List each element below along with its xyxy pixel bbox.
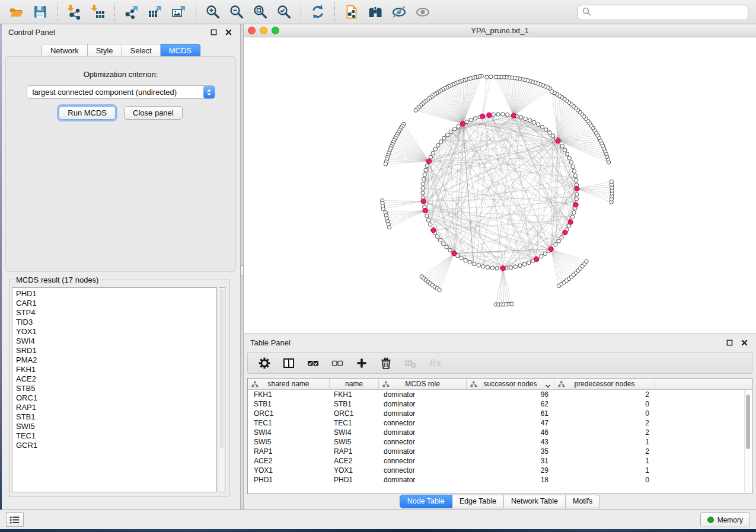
tab-network-table[interactable]: Network Table — [504, 495, 566, 508]
add-icon[interactable] — [355, 357, 368, 370]
network-node[interactable] — [509, 266, 512, 270]
network-node[interactable] — [445, 133, 449, 137]
network-node[interactable] — [572, 169, 576, 173]
network-node[interactable] — [575, 178, 578, 182]
table-row[interactable]: FKH1FKH1dominator962 — [248, 390, 752, 399]
mcds-result-item[interactable]: SWI4 — [16, 336, 216, 346]
mcds-result-item[interactable]: TEC1 — [16, 431, 216, 441]
export-network-icon[interactable] — [120, 2, 143, 21]
network-node[interactable] — [489, 75, 493, 78]
network-node[interactable] — [473, 262, 476, 265]
network-node[interactable] — [513, 265, 517, 268]
network-node[interactable] — [557, 239, 560, 243]
network-node[interactable] — [448, 248, 452, 252]
status-menu-button[interactable] — [6, 512, 24, 527]
column-header-name[interactable]: name — [330, 379, 379, 389]
deselect-all-icon[interactable] — [331, 357, 344, 370]
network-node[interactable] — [464, 258, 467, 262]
mcds-result-item[interactable]: STB5 — [16, 384, 216, 393]
network-node[interactable] — [438, 238, 442, 242]
network-node[interactable] — [439, 140, 443, 143]
network-node[interactable] — [537, 123, 540, 126]
network-node[interactable] — [510, 302, 513, 306]
network-canvas[interactable] — [244, 37, 756, 334]
network-node[interactable] — [490, 266, 494, 270]
zoom-fit-icon[interactable] — [248, 2, 272, 21]
mcds-hub-node[interactable] — [431, 227, 436, 232]
network-node[interactable] — [527, 261, 531, 264]
network-node[interactable] — [573, 174, 577, 178]
mcds-result-item[interactable]: ACE2 — [16, 374, 216, 384]
scrollbar-thumb[interactable] — [746, 395, 750, 449]
network-node[interactable] — [421, 187, 425, 190]
network-node[interactable] — [563, 148, 567, 152]
network-node[interactable] — [442, 242, 445, 245]
network-node[interactable] — [506, 113, 509, 116]
close-panel-button[interactable]: Close panel — [124, 106, 183, 120]
export-table-icon[interactable] — [143, 2, 167, 21]
network-node[interactable] — [548, 131, 551, 134]
network-node[interactable] — [457, 124, 460, 128]
network-node[interactable] — [453, 127, 457, 131]
network-node[interactable] — [485, 75, 489, 79]
columns-icon[interactable] — [282, 357, 295, 370]
network-node[interactable] — [571, 165, 575, 168]
mcds-hub-node[interactable] — [421, 199, 426, 204]
show-all-icon[interactable] — [411, 2, 435, 21]
table-row[interactable]: SWI5SWI5connector431 — [248, 437, 752, 447]
search-neighbors-icon[interactable] — [363, 2, 387, 21]
mcds-hub-node[interactable] — [573, 202, 578, 207]
search-input[interactable] — [591, 6, 748, 19]
network-node[interactable] — [481, 265, 485, 268]
mcds-result-item[interactable]: SWI5 — [16, 422, 216, 431]
network-node[interactable] — [524, 117, 527, 120]
tab-edge-table[interactable]: Edge Table — [452, 495, 504, 508]
network-node[interactable] — [532, 120, 536, 124]
network-node[interactable] — [560, 236, 563, 239]
clone-network-icon[interactable] — [340, 2, 363, 21]
network-node[interactable] — [550, 89, 554, 93]
mcds-result-item[interactable]: ORC1 — [16, 393, 216, 403]
delete-icon[interactable] — [379, 357, 393, 370]
table-row[interactable]: SWI4SWI4dominator462 — [248, 428, 752, 437]
close-table-panel-icon[interactable] — [739, 338, 749, 347]
network-node[interactable] — [495, 267, 499, 270]
network-node[interactable] — [429, 223, 432, 226]
network-node[interactable] — [610, 180, 613, 183]
column-header-MCDS-role[interactable]: MCDS role — [379, 379, 467, 389]
network-node[interactable] — [425, 164, 429, 168]
float-table-panel-icon[interactable] — [724, 338, 735, 347]
network-node[interactable] — [518, 264, 522, 267]
memory-button[interactable]: Memory — [700, 512, 750, 527]
network-node[interactable] — [575, 197, 578, 201]
network-node[interactable] — [585, 259, 588, 263]
network-node[interactable] — [445, 245, 448, 249]
network-node[interactable] — [560, 145, 564, 148]
network-node[interactable] — [460, 257, 463, 260]
network-node[interactable] — [423, 173, 426, 177]
mcds-hub-node[interactable] — [423, 208, 428, 213]
network-node[interactable] — [436, 143, 440, 147]
table-row[interactable]: ACE2ACE2connector311 — [248, 456, 752, 466]
column-header-successor-nodes[interactable]: successor nodes — [467, 379, 554, 389]
import-table-icon[interactable] — [86, 2, 110, 21]
table-row[interactable]: PHD1PHD1dominator180 — [248, 475, 752, 485]
network-node[interactable] — [421, 182, 425, 185]
table-row[interactable]: YOX1YOX1connector291 — [248, 466, 752, 475]
network-node[interactable] — [554, 243, 557, 246]
network-node[interactable] — [438, 288, 441, 291]
mcds-hub-node[interactable] — [556, 139, 560, 143]
network-node[interactable] — [540, 125, 544, 129]
network-node[interactable] — [543, 252, 547, 255]
network-node[interactable] — [572, 211, 576, 214]
network-node[interactable] — [468, 261, 471, 264]
mcds-hub-node[interactable] — [548, 246, 553, 251]
network-node[interactable] — [473, 117, 477, 120]
column-header-predecessor-nodes[interactable]: predecessor nodes — [554, 379, 655, 389]
network-node[interactable] — [501, 113, 505, 116]
mcds-hub-node[interactable] — [511, 113, 516, 118]
mcds-result-item[interactable]: STB1 — [16, 412, 216, 422]
tab-node-table[interactable]: Node Table — [400, 495, 452, 508]
table-row[interactable]: STB1STB1dominator620 — [248, 399, 752, 409]
network-node[interactable] — [381, 207, 385, 210]
